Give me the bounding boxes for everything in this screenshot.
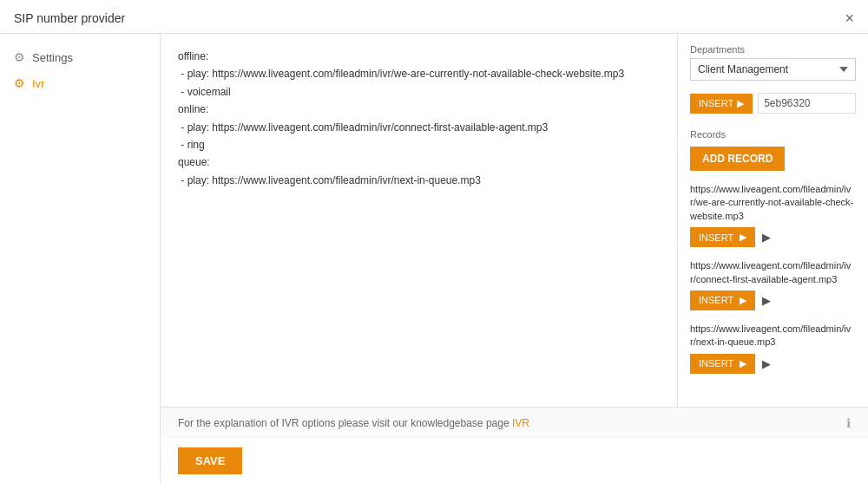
record-item-3: https://www.liveagent.com/fileadmin/ivr/… [690, 323, 856, 374]
modal-body: ⚙ Settings ⚙ Ivr offline: - play: https:… [0, 34, 868, 483]
insert-arrow-icon: ▶ [737, 98, 744, 109]
modal: SIP number provider × ⚙ Settings ⚙ Ivr o… [0, 0, 868, 483]
footer-description: For the explanation of IVR options pleas… [178, 417, 510, 429]
close-button[interactable]: × [845, 10, 854, 26]
record-actions-2: INSERT ▶ ▶ [690, 290, 856, 310]
footer: For the explanation of IVR options pleas… [161, 407, 868, 439]
footer-text: For the explanation of IVR options pleas… [178, 417, 529, 429]
record-url-3: https://www.liveagent.com/fileadmin/ivr/… [690, 323, 856, 349]
footer-area: For the explanation of IVR options pleas… [161, 407, 868, 483]
insert-arrow-icon-1: ▶ [740, 232, 746, 243]
record-actions-3: INSERT ▶ ▶ [690, 354, 856, 374]
text-panel: offline: - play: https://www.liveagent.c… [161, 34, 677, 407]
info-icon: ℹ [846, 416, 851, 430]
insert-label: INSERT [699, 98, 733, 108]
sidebar-item-ivr[interactable]: ⚙ Ivr [0, 70, 160, 96]
record-url-1: https://www.liveagent.com/fileadmin/ivr/… [690, 183, 856, 223]
right-panel: Departments Client Management Support Sa… [677, 34, 868, 407]
insert-row: INSERT ▶ 5eb96320 [690, 93, 856, 114]
record-item-2: https://www.liveagent.com/fileadmin/ivr/… [690, 259, 856, 310]
record-item-1: https://www.liveagent.com/fileadmin/ivr/… [690, 183, 856, 247]
modal-title: SIP number provider [14, 11, 125, 25]
departments-label: Departments [690, 44, 856, 55]
ivr-icon: ⚙ [14, 76, 25, 90]
record-url-2: https://www.liveagent.com/fileadmin/ivr/… [690, 259, 856, 286]
ivr-text: offline: - play: https://www.liveagent.c… [178, 48, 660, 189]
record-play-button-2[interactable]: ▶ [762, 294, 771, 307]
sidebar-item-ivr-label: Ivr [32, 77, 44, 90]
modal-header: SIP number provider × [0, 0, 868, 34]
record-play-button-3[interactable]: ▶ [762, 357, 771, 370]
record-insert-button-3[interactable]: INSERT ▶ [690, 354, 755, 374]
record-play-button-1[interactable]: ▶ [762, 231, 771, 244]
insert-button-main[interactable]: INSERT ▶ [690, 94, 753, 114]
content-area: offline: - play: https://www.liveagent.c… [161, 34, 868, 407]
main-content: offline: - play: https://www.liveagent.c… [161, 34, 868, 483]
add-record-button[interactable]: ADD RECORD [690, 147, 785, 171]
records-label: Records [690, 129, 856, 140]
insert-arrow-icon-3: ▶ [740, 358, 746, 369]
sidebar-item-settings[interactable]: ⚙ Settings [0, 44, 160, 70]
departments-select[interactable]: Client Management Support Sales [690, 58, 856, 81]
record-insert-button-2[interactable]: INSERT ▶ [690, 290, 755, 310]
sidebar: ⚙ Settings ⚙ Ivr [0, 34, 161, 483]
gear-icon: ⚙ [14, 50, 25, 64]
record-insert-button-1[interactable]: INSERT ▶ [690, 227, 755, 247]
insert-code: 5eb96320 [758, 93, 856, 114]
ivr-link[interactable]: IVR [512, 417, 529, 429]
insert-arrow-icon-2: ▶ [740, 295, 746, 306]
sidebar-item-settings-label: Settings [32, 51, 73, 64]
record-actions-1: INSERT ▶ ▶ [690, 227, 856, 247]
save-button[interactable]: SAVE [178, 447, 242, 474]
